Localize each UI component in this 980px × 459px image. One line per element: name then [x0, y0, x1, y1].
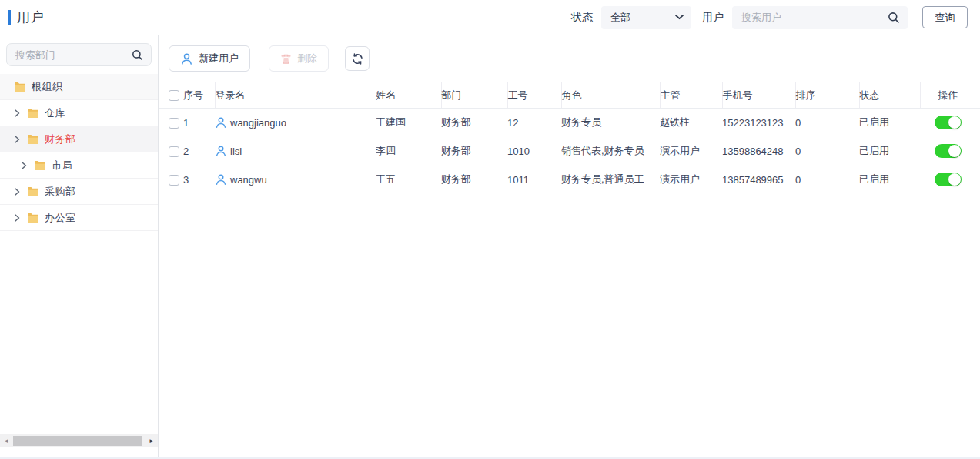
status-select-value: 全部	[610, 11, 675, 25]
refresh-icon	[351, 52, 364, 65]
user-management-page: 用户 状态 全部 用户 查询	[0, 0, 980, 459]
cell-seq: 2	[183, 137, 215, 166]
table-row[interactable]: 2 lisi 李四 财务部 1010 销售代表,财务专员 演示用户 135988…	[159, 137, 980, 166]
toggle-knob	[948, 116, 961, 129]
toggle-knob	[948, 173, 961, 186]
chevron-right-icon[interactable]	[14, 109, 22, 117]
folder-icon	[27, 213, 39, 223]
horizontal-scrollbar[interactable]: ◄ ►	[0, 434, 158, 447]
cell-dept: 财务部	[441, 109, 507, 137]
column-header-dept: 部门	[441, 82, 507, 109]
status-toggle[interactable]	[935, 173, 962, 186]
table-row[interactable]: 1 wangjianguo 王建国 财务部 12 财务专员 赵铁柱 152231…	[159, 109, 980, 137]
cell-sort: 0	[795, 166, 859, 194]
user-icon	[215, 173, 227, 186]
cell-name: 李四	[376, 137, 441, 166]
folder-icon	[34, 160, 46, 170]
user-search-input[interactable]	[741, 12, 888, 23]
user-icon	[215, 145, 227, 157]
user-search-box	[732, 6, 908, 29]
cell-name: 王五	[376, 166, 441, 194]
column-header-name: 姓名	[376, 82, 441, 109]
department-search-input[interactable]	[15, 49, 132, 61]
select-all-checkbox[interactable]	[169, 90, 179, 101]
status-toggle[interactable]	[935, 116, 962, 129]
cell-dept: 财务部	[441, 166, 507, 194]
row-checkbox[interactable]	[169, 118, 179, 129]
cell-roles: 财务专员	[561, 109, 660, 137]
search-icon[interactable]	[888, 12, 900, 24]
page-title-wrap: 用户	[8, 8, 45, 26]
title-accent-bar	[8, 10, 11, 25]
cell-login: wangwu	[230, 174, 267, 186]
new-user-button-label: 新建用户	[199, 52, 239, 65]
column-header-sort: 排序	[795, 82, 859, 109]
tree-item-warehouse[interactable]: 仓库	[0, 100, 158, 126]
filter-bar: 状态 全部 用户 查询	[571, 6, 968, 29]
toolbar: 新建用户 删除	[159, 35, 980, 82]
cell-manager: 赵铁柱	[660, 109, 722, 137]
query-button[interactable]: 查询	[922, 6, 968, 28]
refresh-button[interactable]	[345, 46, 370, 71]
table-row[interactable]: 3 wangwu 王五 财务部 1011 财务专员,普通员工 演示用户 1385…	[159, 166, 980, 194]
table-header-row: 序号 登录名 姓名 部门 工号 角色 主管 手机号 排序 状态 操作	[159, 82, 980, 109]
tree-item-city-bureau[interactable]: 市局	[0, 152, 158, 179]
status-select[interactable]: 全部	[601, 6, 691, 29]
content-body: 根组织 仓库	[0, 35, 980, 457]
user-icon	[180, 52, 193, 65]
cell-status: 已启用	[859, 166, 920, 194]
column-header-seq: 序号	[183, 82, 215, 109]
cell-phone: 13598864248	[722, 137, 795, 166]
column-header-status: 状态	[859, 82, 920, 109]
delete-button-label: 删除	[297, 52, 317, 65]
cell-roles: 销售代表,财务专员	[561, 137, 660, 166]
cell-sort: 0	[795, 137, 859, 166]
department-sidebar: 根组织 仓库	[0, 35, 159, 457]
cell-status: 已启用	[859, 137, 920, 166]
cell-status: 已启用	[859, 109, 920, 137]
column-header-job-no: 工号	[507, 82, 561, 109]
folder-icon	[27, 186, 39, 196]
chevron-right-icon[interactable]	[14, 188, 22, 196]
row-checkbox[interactable]	[169, 175, 179, 186]
toggle-knob	[948, 145, 961, 157]
tree-item-purchasing-dept[interactable]: 采购部	[0, 179, 158, 205]
status-filter-label: 状态	[571, 11, 593, 25]
scroll-right-arrow-icon[interactable]: ►	[145, 434, 158, 447]
tree-item-label: 办公室	[45, 211, 76, 225]
cell-phone: 13857489965	[722, 166, 795, 194]
row-checkbox[interactable]	[169, 146, 179, 157]
column-header-phone: 手机号	[722, 82, 795, 109]
tree-item-label: 采购部	[45, 185, 76, 199]
tree-item-label: 仓库	[45, 106, 65, 120]
tree-item-root-org[interactable]: 根组织	[0, 74, 158, 100]
cell-login: lisi	[230, 146, 242, 157]
search-icon[interactable]	[132, 49, 143, 61]
column-header-manager: 主管	[660, 82, 722, 109]
folder-icon	[27, 108, 39, 118]
chevron-right-icon[interactable]	[14, 136, 22, 143]
tree-item-finance-dept[interactable]: 财务部	[0, 126, 158, 152]
cell-sort: 0	[795, 109, 859, 137]
page-title: 用户	[17, 8, 45, 26]
chevron-right-icon[interactable]	[14, 214, 22, 222]
chevron-right-icon[interactable]	[21, 162, 28, 169]
trash-icon	[280, 53, 292, 65]
user-filter-label: 用户	[702, 11, 724, 25]
tree-item-office[interactable]: 办公室	[0, 205, 158, 231]
scroll-left-arrow-icon[interactable]: ◄	[0, 434, 12, 447]
column-header-login: 登录名	[215, 82, 376, 109]
cell-manager: 演示用户	[660, 137, 722, 166]
tree-item-label: 市局	[52, 159, 72, 173]
department-search-box	[6, 43, 152, 66]
cell-job-no: 12	[507, 109, 561, 137]
delete-button[interactable]: 删除	[269, 45, 329, 72]
scrollbar-thumb[interactable]	[13, 436, 142, 446]
cell-phone: 15223123123	[722, 109, 795, 137]
cell-login: wangjianguo	[230, 117, 286, 129]
column-header-actions: 操作	[920, 82, 980, 109]
status-toggle[interactable]	[935, 144, 962, 158]
new-user-button[interactable]: 新建用户	[169, 45, 250, 72]
topbar: 用户 状态 全部 用户 查询	[0, 0, 980, 35]
cell-roles: 财务专员,普通员工	[561, 166, 660, 194]
